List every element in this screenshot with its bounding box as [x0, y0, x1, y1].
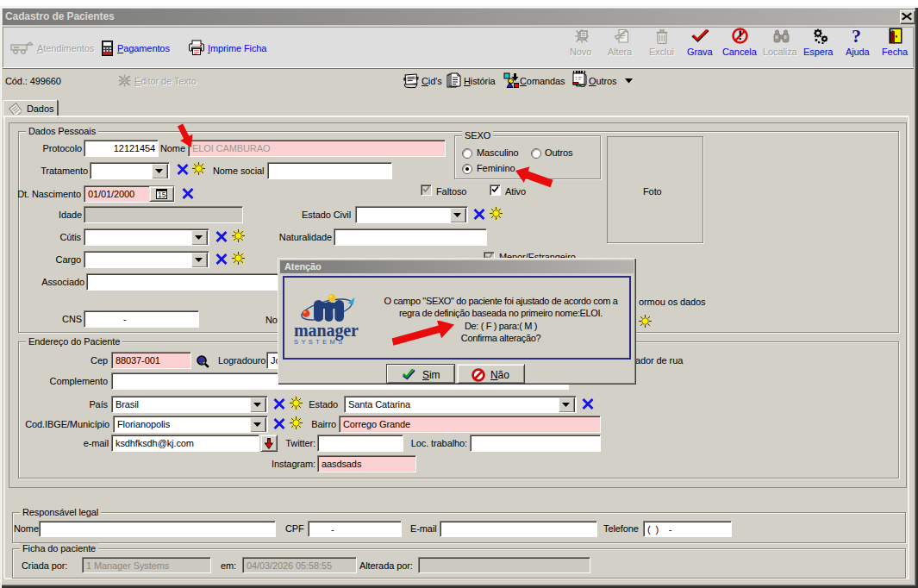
svg-text:SYSTEMS: SYSTEMS [294, 338, 346, 345]
svg-text:15: 15 [158, 191, 166, 199]
